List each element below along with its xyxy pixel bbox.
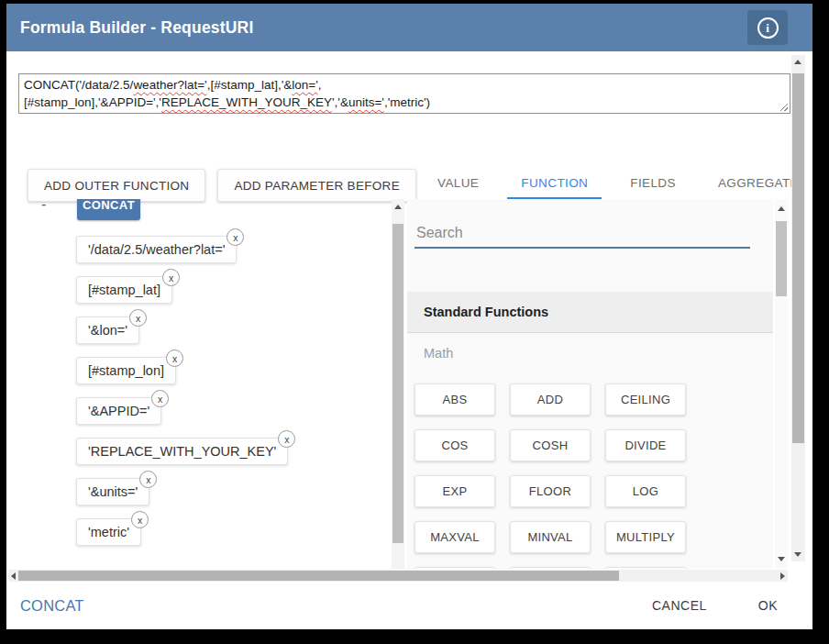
horizontal-scrollbar-thumb[interactable] [18,571,619,581]
parameter-label: '&lon=' [88,323,127,338]
function-button-add[interactable]: ADD [510,383,591,416]
tab-aggregate-fie[interactable]: AGGREGATE FIE [704,168,802,200]
dialog-title: Formula Builder - RequestURI [20,4,254,51]
scroll-left-icon[interactable] [11,572,16,580]
parameter-list: '/data/2.5/weather?lat='x[#stamp_lat]x'&… [76,236,288,546]
remove-parameter-icon[interactable]: x [278,430,295,448]
parameter-label: 'REPLACE_WITH_YOUR_KEY' [88,444,276,459]
tree-scrollbar[interactable] [392,199,404,569]
footer-actions: CANCEL OK [652,598,812,613]
add-outer-function-button[interactable]: ADD OUTER FUNCTION [28,169,205,202]
function-button-cos[interactable]: COS [414,429,495,461]
search-input[interactable] [414,221,750,249]
toolbar: ADD OUTER FUNCTION ADD PARAMETER BEFORE [28,169,416,202]
selected-function-link[interactable]: CONCAT [20,597,84,615]
function-button-log[interactable]: LOG [605,475,686,507]
scroll-up-icon[interactable] [394,205,402,209]
functions-panel-scrollbar[interactable] [775,199,788,569]
parameter-chip[interactable]: [#stamp_lat]x [76,276,172,304]
cancel-button[interactable]: CANCEL [652,598,707,613]
tab-function[interactable]: FUNCTION [507,168,602,200]
dialog-vertical-scrollbar[interactable] [791,55,805,561]
remove-parameter-icon[interactable]: x [227,228,244,246]
parameter-chip[interactable]: '&lon='x [76,316,139,344]
function-button-cosh[interactable]: COSH [510,429,591,461]
dialog-footer: CONCAT CANCEL OK [6,582,812,629]
remove-parameter-icon[interactable]: x [131,511,149,528]
function-button-partial[interactable] [510,567,591,569]
parameter-chip[interactable]: [#stamp_lon]x [76,357,176,384]
parameter-chip[interactable]: '&units='x [76,478,149,505]
formula-line: [#stamp_lon],'&APPID=','REPLACE_WITH_YOU… [24,94,785,111]
parameter-chip[interactable]: 'REPLACE_WITH_YOUR_KEY'x [76,438,288,465]
category-math: Math [424,346,453,361]
function-button-ceiling[interactable]: CEILING [605,383,686,416]
window-titlebar: Formula Builder - RequestURI i [6,4,812,51]
scroll-up-icon[interactable] [778,206,785,211]
ok-button[interactable]: OK [758,598,778,613]
scroll-up-icon[interactable] [794,60,801,64]
function-button-abs[interactable]: ABS [414,383,495,416]
functions-panel: Standard Functions Math ABSADDCEILINGCOS… [407,199,773,569]
scroll-right-icon[interactable] [780,572,785,580]
remove-parameter-icon[interactable]: x [151,390,169,407]
parameter-label: '&APPID=' [88,404,149,418]
section-standard-functions: Standard Functions [407,292,773,333]
tab-value[interactable]: VALUE [424,168,492,200]
function-button-partial[interactable] [414,567,495,569]
function-button-partial[interactable] [605,567,686,569]
horizontal-scrollbar[interactable] [8,570,788,582]
function-button-floor[interactable]: FLOOR [510,475,591,507]
info-icon: i [757,17,779,39]
formula-builder-dialog: Formula Builder - RequestURI i CONCAT('/… [6,4,812,629]
tab-bar: VALUEFUNCTIONFIELDSAGGREGATE FIE [416,168,802,200]
parameter-label: '&units=' [88,484,138,499]
scroll-down-icon[interactable] [794,552,801,557]
function-button-exp[interactable]: EXP [414,475,495,507]
function-grid: ABSADDCEILINGCOSCOSHDIVIDEEXPFLOORLOGMAX… [414,383,686,569]
root-function-button[interactable]: CONCAT [77,199,140,220]
tree-scrollbar-thumb[interactable] [392,224,403,543]
formula-textarea[interactable]: CONCAT('/data/2.5/weather?lat=',[#stamp_… [18,73,790,114]
parameter-chip[interactable]: 'metric'x [76,518,141,546]
remove-parameter-icon[interactable]: x [139,471,157,488]
function-button-maxval[interactable]: MAXVAL [414,521,495,553]
parameter-label: 'metric' [88,525,129,539]
parameter-label: [#stamp_lon] [88,363,164,378]
parameter-chip[interactable]: '&APPID='x [76,397,161,425]
parameter-label: '/data/2.5/weather?lat=' [88,242,225,257]
formula-line: CONCAT('/data/2.5/weather?lat=',[#stamp_… [24,76,785,94]
remove-parameter-icon[interactable]: x [162,269,180,286]
function-button-multiply[interactable]: MULTIPLY [605,521,686,553]
add-parameter-before-button[interactable]: ADD PARAMETER BEFORE [217,169,416,202]
scroll-down-icon[interactable] [778,557,785,561]
tab-fields[interactable]: FIELDS [616,168,690,200]
formula-tree-panel: - CONCAT '/data/2.5/weather?lat='x[#stam… [14,199,391,569]
info-button[interactable]: i [747,10,788,45]
function-button-minval[interactable]: MINVAL [510,521,591,553]
functions-scrollbar-thumb[interactable] [776,221,787,296]
tree-collapse-toggle[interactable]: - [41,199,46,213]
remove-parameter-icon[interactable]: x [166,350,183,367]
function-button-divide[interactable]: DIVIDE [605,429,686,461]
dialog-scrollbar-thumb[interactable] [792,73,804,443]
parameter-label: [#stamp_lat] [88,283,160,297]
remove-parameter-icon[interactable]: x [129,309,147,327]
parameter-chip[interactable]: '/data/2.5/weather?lat='x [76,236,237,263]
